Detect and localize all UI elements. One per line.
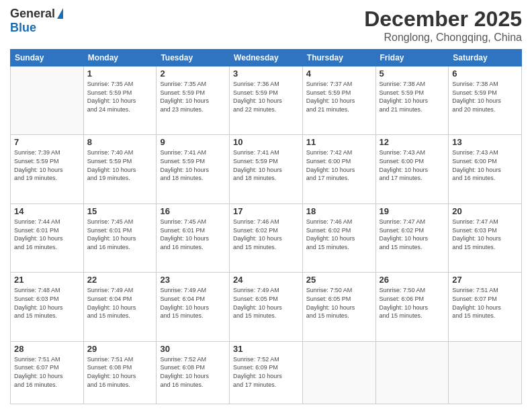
day-number: 18 (306, 206, 372, 216)
calendar-cell (375, 341, 449, 404)
day-info: Sunrise: 7:45 AM Sunset: 6:01 PM Dayligh… (87, 218, 153, 251)
calendar-header-row: SundayMondayTuesdayWednesdayThursdayFrid… (11, 50, 522, 66)
day-info: Sunrise: 7:51 AM Sunset: 6:08 PM Dayligh… (87, 355, 153, 389)
day-number: 13 (452, 137, 518, 147)
calendar-cell: 24Sunrise: 7:49 AM Sunset: 6:05 PM Dayli… (230, 273, 303, 341)
day-number: 17 (233, 206, 299, 216)
calendar-cell: 7Sunrise: 7:39 AM Sunset: 5:59 PM Daylig… (11, 135, 84, 203)
calendar-header-tuesday: Tuesday (157, 50, 230, 66)
day-info: Sunrise: 7:43 AM Sunset: 6:00 PM Dayligh… (452, 148, 518, 182)
calendar-cell: 28Sunrise: 7:51 AM Sunset: 6:07 PM Dayli… (11, 341, 84, 404)
day-info: Sunrise: 7:47 AM Sunset: 6:03 PM Dayligh… (452, 218, 518, 251)
calendar-week-5: 28Sunrise: 7:51 AM Sunset: 6:07 PM Dayli… (11, 341, 522, 404)
calendar-header-friday: Friday (375, 50, 449, 66)
day-info: Sunrise: 7:43 AM Sunset: 6:00 PM Dayligh… (380, 148, 445, 182)
day-info: Sunrise: 7:47 AM Sunset: 6:02 PM Dayligh… (380, 218, 445, 251)
calendar-cell (449, 341, 522, 404)
calendar-cell: 21Sunrise: 7:48 AM Sunset: 6:03 PM Dayli… (11, 273, 84, 341)
day-info: Sunrise: 7:52 AM Sunset: 6:08 PM Dayligh… (160, 355, 226, 389)
calendar-table: SundayMondayTuesdayWednesdayThursdayFrid… (10, 49, 522, 404)
page: General Blue December 2025 Ronglong, Cho… (0, 0, 532, 411)
day-number: 1 (87, 68, 153, 79)
day-info: Sunrise: 7:50 AM Sunset: 6:06 PM Dayligh… (380, 286, 445, 320)
calendar-week-3: 14Sunrise: 7:44 AM Sunset: 6:01 PM Dayli… (11, 203, 522, 272)
day-number: 22 (87, 275, 153, 285)
day-info: Sunrise: 7:46 AM Sunset: 6:02 PM Dayligh… (306, 218, 372, 251)
calendar-cell: 16Sunrise: 7:45 AM Sunset: 6:01 PM Dayli… (157, 203, 230, 272)
logo-general-text: General (10, 7, 55, 21)
day-number: 3 (233, 68, 299, 79)
calendar-cell: 25Sunrise: 7:50 AM Sunset: 6:05 PM Dayli… (302, 273, 375, 341)
calendar-cell: 6Sunrise: 7:38 AM Sunset: 5:59 PM Daylig… (449, 66, 522, 135)
day-number: 15 (87, 206, 153, 216)
day-info: Sunrise: 7:49 AM Sunset: 6:05 PM Dayligh… (233, 286, 299, 320)
calendar-week-2: 7Sunrise: 7:39 AM Sunset: 5:59 PM Daylig… (11, 135, 522, 203)
month-title: December 2025 (364, 7, 522, 32)
day-info: Sunrise: 7:46 AM Sunset: 6:02 PM Dayligh… (233, 218, 299, 251)
day-number: 12 (380, 137, 445, 147)
calendar-week-4: 21Sunrise: 7:48 AM Sunset: 6:03 PM Dayli… (11, 273, 522, 341)
day-info: Sunrise: 7:37 AM Sunset: 5:59 PM Dayligh… (306, 80, 372, 113)
day-info: Sunrise: 7:35 AM Sunset: 5:59 PM Dayligh… (160, 80, 226, 113)
calendar-header-sunday: Sunday (11, 50, 84, 66)
day-number: 23 (160, 275, 226, 285)
calendar-cell (11, 66, 84, 135)
day-number: 31 (233, 344, 299, 354)
day-info: Sunrise: 7:51 AM Sunset: 6:07 PM Dayligh… (14, 355, 80, 389)
calendar-cell: 13Sunrise: 7:43 AM Sunset: 6:00 PM Dayli… (449, 135, 522, 203)
day-number: 24 (233, 275, 299, 285)
day-info: Sunrise: 7:35 AM Sunset: 5:59 PM Dayligh… (87, 80, 153, 113)
calendar-cell: 4Sunrise: 7:37 AM Sunset: 5:59 PM Daylig… (302, 66, 375, 135)
calendar-cell: 18Sunrise: 7:46 AM Sunset: 6:02 PM Dayli… (302, 203, 375, 272)
calendar-cell: 30Sunrise: 7:52 AM Sunset: 6:08 PM Dayli… (157, 341, 230, 404)
calendar-cell: 22Sunrise: 7:49 AM Sunset: 6:04 PM Dayli… (83, 273, 157, 341)
calendar-cell: 19Sunrise: 7:47 AM Sunset: 6:02 PM Dayli… (375, 203, 449, 272)
title-section: December 2025 Ronglong, Chongqing, China (364, 7, 522, 44)
day-number: 11 (306, 137, 372, 147)
day-number: 19 (380, 206, 445, 216)
calendar-cell: 1Sunrise: 7:35 AM Sunset: 5:59 PM Daylig… (83, 66, 157, 135)
calendar-cell: 12Sunrise: 7:43 AM Sunset: 6:00 PM Dayli… (375, 135, 449, 203)
calendar-cell: 26Sunrise: 7:50 AM Sunset: 6:06 PM Dayli… (375, 273, 449, 341)
day-info: Sunrise: 7:40 AM Sunset: 5:59 PM Dayligh… (87, 148, 153, 182)
calendar-cell: 31Sunrise: 7:52 AM Sunset: 6:09 PM Dayli… (230, 341, 303, 404)
location-title: Ronglong, Chongqing, China (364, 32, 522, 44)
calendar-cell: 2Sunrise: 7:35 AM Sunset: 5:59 PM Daylig… (157, 66, 230, 135)
calendar-header-wednesday: Wednesday (230, 50, 303, 66)
calendar-cell: 10Sunrise: 7:41 AM Sunset: 5:59 PM Dayli… (230, 135, 303, 203)
calendar-cell: 14Sunrise: 7:44 AM Sunset: 6:01 PM Dayli… (11, 203, 84, 272)
day-number: 29 (87, 344, 153, 354)
calendar-cell: 23Sunrise: 7:49 AM Sunset: 6:04 PM Dayli… (157, 273, 230, 341)
calendar-cell: 5Sunrise: 7:38 AM Sunset: 5:59 PM Daylig… (375, 66, 449, 135)
day-info: Sunrise: 7:48 AM Sunset: 6:03 PM Dayligh… (14, 286, 80, 320)
calendar-week-1: 1Sunrise: 7:35 AM Sunset: 5:59 PM Daylig… (11, 66, 522, 135)
day-info: Sunrise: 7:38 AM Sunset: 5:59 PM Dayligh… (452, 80, 518, 113)
day-info: Sunrise: 7:49 AM Sunset: 6:04 PM Dayligh… (160, 286, 226, 320)
day-info: Sunrise: 7:44 AM Sunset: 6:01 PM Dayligh… (14, 218, 80, 251)
logo-line1: General (10, 7, 63, 21)
day-number: 28 (14, 344, 80, 354)
day-number: 6 (452, 68, 518, 79)
logo-line2: Blue (10, 21, 36, 35)
day-number: 25 (306, 275, 372, 285)
day-number: 16 (160, 206, 226, 216)
calendar-cell (302, 341, 375, 404)
calendar-cell: 9Sunrise: 7:41 AM Sunset: 5:59 PM Daylig… (157, 135, 230, 203)
day-number: 9 (160, 137, 226, 147)
day-info: Sunrise: 7:45 AM Sunset: 6:01 PM Dayligh… (160, 218, 226, 251)
day-number: 7 (14, 137, 80, 147)
day-info: Sunrise: 7:38 AM Sunset: 5:59 PM Dayligh… (380, 80, 445, 113)
day-number: 10 (233, 137, 299, 147)
calendar-cell: 17Sunrise: 7:46 AM Sunset: 6:02 PM Dayli… (230, 203, 303, 272)
calendar-header-saturday: Saturday (449, 50, 522, 66)
day-number: 4 (306, 68, 372, 79)
logo-triangle-icon (57, 8, 63, 19)
day-info: Sunrise: 7:39 AM Sunset: 5:59 PM Dayligh… (14, 148, 80, 182)
calendar-cell: 3Sunrise: 7:36 AM Sunset: 5:59 PM Daylig… (230, 66, 303, 135)
day-info: Sunrise: 7:36 AM Sunset: 5:59 PM Dayligh… (233, 80, 299, 113)
day-number: 21 (14, 275, 80, 285)
day-number: 2 (160, 68, 226, 79)
header: General Blue December 2025 Ronglong, Cho… (10, 7, 522, 44)
logo: General Blue (10, 7, 63, 35)
day-number: 8 (87, 137, 153, 147)
